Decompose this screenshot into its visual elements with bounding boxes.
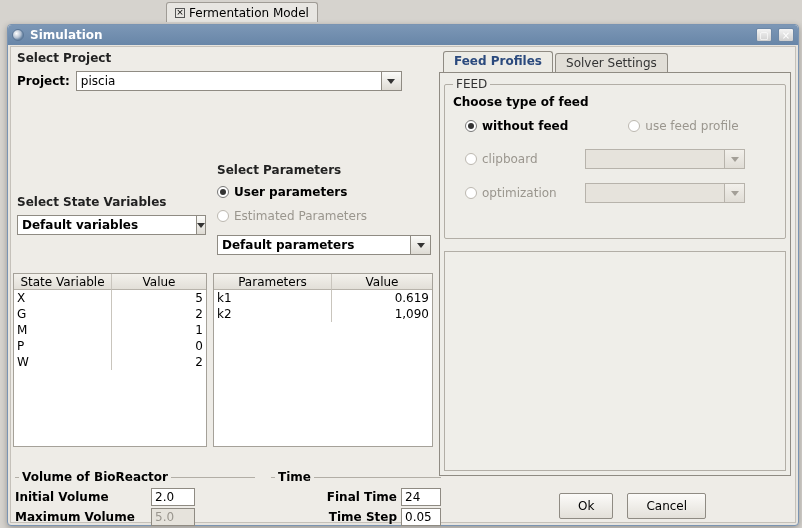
- cell-value: 5: [112, 290, 206, 306]
- bg-tab-label: Fermentation Model: [189, 6, 309, 20]
- tab-solver-settings[interactable]: Solver Settings: [555, 53, 668, 73]
- table-row[interactable]: W2: [14, 354, 206, 370]
- chevron-down-icon[interactable]: [382, 71, 402, 91]
- max-vol-label: Maximum Volume: [15, 510, 145, 524]
- cancel-button[interactable]: Cancel: [627, 493, 706, 519]
- close-tab-icon[interactable]: ×: [175, 8, 185, 18]
- cell-name: M: [14, 322, 112, 338]
- max-vol-input: [151, 508, 195, 526]
- time-section: Time Final Time Time Step: [271, 477, 441, 526]
- state-th-value: Value: [112, 274, 206, 290]
- state-vars-value[interactable]: [17, 215, 197, 235]
- radio-icon: [465, 120, 477, 132]
- params-th-value: Value: [332, 274, 432, 290]
- project-label: Project:: [17, 74, 70, 88]
- radio-user-params[interactable]: User parameters: [217, 185, 347, 199]
- radio-optimization: optimization: [465, 186, 575, 200]
- reactor-legend: Volume of BioReactor: [19, 470, 171, 484]
- state-vars-section: Select State Variables: [17, 195, 177, 235]
- optimization-combo: [585, 183, 745, 203]
- cell-name: X: [14, 290, 112, 306]
- state-th-name: State Variable: [14, 274, 112, 290]
- clipboard-combo: [585, 149, 745, 169]
- feed-legend: FEED: [453, 77, 490, 91]
- optimization-label: optimization: [482, 186, 557, 200]
- cell-value: 0.619: [332, 290, 432, 306]
- radio-icon: [465, 187, 477, 199]
- radio-estimated-params: Estimated Parameters: [217, 209, 367, 223]
- chevron-down-icon[interactable]: [197, 215, 206, 235]
- chevron-down-icon: [725, 149, 745, 169]
- project-combo[interactable]: [76, 71, 402, 91]
- params-combo[interactable]: [217, 235, 431, 255]
- close-icon[interactable]: ×: [778, 28, 794, 42]
- project-section: Select Project Project:: [17, 51, 402, 91]
- cell-name: P: [14, 338, 112, 354]
- feed-fieldset: FEED Choose type of feed without feed us…: [444, 77, 786, 239]
- cell-name: k1: [214, 290, 332, 306]
- params-combo-value[interactable]: [217, 235, 411, 255]
- app-icon: [12, 29, 24, 41]
- cell-value: 1,090: [332, 306, 432, 322]
- radio-icon: [217, 186, 229, 198]
- radio-use-profile: use feed profile: [628, 119, 738, 133]
- bg-tab-fermentation[interactable]: × Fermentation Model: [166, 2, 318, 22]
- project-input[interactable]: [76, 71, 382, 91]
- chevron-down-icon: [725, 183, 745, 203]
- without-feed-label: without feed: [482, 119, 568, 133]
- state-vars-combo[interactable]: [17, 215, 177, 235]
- use-profile-label: use feed profile: [645, 119, 738, 133]
- radio-clipboard: clipboard: [465, 152, 575, 166]
- tab-feed-profiles[interactable]: Feed Profiles: [443, 51, 553, 73]
- state-vars-table[interactable]: State Variable Value X5G2M1P0W2: [13, 273, 207, 447]
- initial-vol-input[interactable]: [151, 488, 195, 506]
- table-row[interactable]: k21,090: [214, 306, 432, 322]
- params-th-name: Parameters: [214, 274, 332, 290]
- right-panel: Feed Profiles Solver Settings FEED Choos…: [439, 51, 791, 477]
- final-time-label: Final Time: [327, 490, 397, 504]
- select-params-label: Select Parameters: [217, 163, 341, 177]
- final-time-input[interactable]: [401, 488, 441, 506]
- radio-icon: [465, 153, 477, 165]
- radio-without-feed[interactable]: without feed: [465, 119, 568, 133]
- cell-name: W: [14, 354, 112, 370]
- select-state-vars-label: Select State Variables: [17, 195, 166, 209]
- cell-name: k2: [214, 306, 332, 322]
- simulation-dialog: Simulation ▢ × Select Project Project: S…: [7, 24, 799, 526]
- select-project-label: Select Project: [17, 51, 111, 65]
- table-row[interactable]: X5: [14, 290, 206, 306]
- table-row[interactable]: G2: [14, 306, 206, 322]
- cell-value: 0: [112, 338, 206, 354]
- clipboard-label: clipboard: [482, 152, 538, 166]
- cell-name: G: [14, 306, 112, 322]
- reactor-section: Volume of BioReactor Initial Volume Maxi…: [15, 477, 255, 526]
- cell-value: 1: [112, 322, 206, 338]
- ok-button[interactable]: Ok: [559, 493, 613, 519]
- table-row[interactable]: k10.619: [214, 290, 432, 306]
- titlebar[interactable]: Simulation ▢ ×: [8, 25, 798, 45]
- params-table[interactable]: Parameters Value k10.619k21,090: [213, 273, 433, 447]
- dialog-title: Simulation: [30, 28, 103, 42]
- chevron-down-icon[interactable]: [411, 235, 431, 255]
- cell-value: 2: [112, 306, 206, 322]
- radio-user-label: User parameters: [234, 185, 347, 199]
- params-section: Select Parameters User parameters Estima…: [217, 163, 431, 255]
- initial-vol-label: Initial Volume: [15, 490, 145, 504]
- feed-preview-area: [444, 251, 786, 471]
- radio-icon: [217, 210, 229, 222]
- maximize-icon[interactable]: ▢: [756, 28, 772, 42]
- cell-value: 2: [112, 354, 206, 370]
- radio-estimated-label: Estimated Parameters: [234, 209, 367, 223]
- radio-icon: [628, 120, 640, 132]
- table-row[interactable]: M1: [14, 322, 206, 338]
- time-step-input[interactable]: [401, 508, 441, 526]
- dialog-buttons: Ok Cancel: [559, 493, 706, 519]
- choose-feed-label: Choose type of feed: [453, 95, 777, 109]
- time-step-label: Time Step: [329, 510, 397, 524]
- table-row[interactable]: P0: [14, 338, 206, 354]
- time-legend: Time: [275, 470, 314, 484]
